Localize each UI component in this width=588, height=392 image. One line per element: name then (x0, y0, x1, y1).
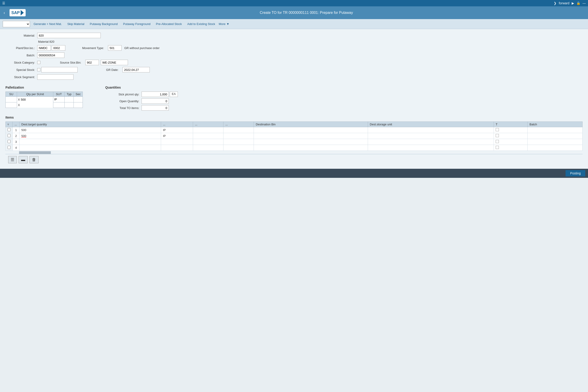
items-r2-e3 (193, 133, 223, 139)
items-r4-qty (19, 145, 161, 151)
stock-cat-source-row: Stock Category: Source Stor.Bin: (5, 60, 583, 65)
stck-plcmnt-unit: EA (170, 92, 178, 97)
detail-view-button[interactable]: ▬ (19, 156, 28, 163)
items-header-icon: ▿ (7, 123, 9, 126)
open-qty-row: Open Quantity: (105, 98, 178, 104)
stock-cat-checkbox[interactable] (37, 61, 40, 64)
toolbar: Generate + Next Mat. Skip Material Putaw… (0, 19, 588, 29)
pallet-col-qty: Qty per SUnit (17, 92, 53, 97)
items-r1-check[interactable] (6, 127, 13, 133)
source-bin-name-input[interactable] (101, 60, 128, 65)
items-r3-e3 (193, 139, 223, 145)
items-r2-check[interactable] (6, 133, 13, 139)
items-r3-checkbox[interactable] (7, 140, 11, 143)
more-button[interactable]: More ▼ (219, 22, 229, 26)
items-r1-batch (528, 127, 583, 133)
special-stock-gr-row: Special Stock: GR Date: (5, 67, 583, 72)
posting-button[interactable]: Posting (566, 170, 585, 176)
pallet-r2-sut (53, 102, 65, 108)
items-r4-e2 (161, 145, 193, 151)
movement-type-label: Movement Type: (79, 46, 106, 50)
quantities-header: Quantities (105, 86, 178, 89)
forward-icon[interactable]: ❯ (554, 1, 557, 5)
items-r4-check[interactable] (6, 145, 13, 151)
items-r3-check[interactable] (6, 139, 13, 145)
skip-material-button[interactable]: Skip Material (66, 21, 86, 26)
items-r4-checkbox[interactable] (7, 146, 11, 149)
form-section: Material: Material 820 Plant/Stor.loc.: … (5, 33, 583, 80)
pallet-r1-sec-input[interactable] (75, 98, 82, 101)
more-label: More (219, 22, 225, 26)
chevron-down-icon: ▼ (226, 22, 229, 26)
items-section: Items ▿ ... Dest.target quantity ... ...… (5, 116, 583, 154)
items-r3-t-check[interactable] (496, 140, 499, 143)
pallet-r2-sec-input[interactable] (75, 103, 82, 107)
stock-seg-input[interactable] (37, 74, 73, 80)
items-r1-t (494, 127, 527, 133)
palletization-table: SU Qty per SUnit SUT Typ Sec X (5, 92, 83, 108)
pallet-r2-su-input[interactable] (6, 103, 16, 107)
items-r2-checkbox[interactable] (7, 134, 11, 137)
batch-row: Batch: (5, 52, 583, 58)
toolbar-dropdown[interactable] (3, 21, 30, 27)
stck-plcmnt-input[interactable] (142, 92, 169, 97)
items-r2-e2: IP (161, 133, 193, 139)
stck-plcmnt-label: Stck plcmnt qty: (105, 93, 142, 96)
play-icon[interactable]: ▶ (572, 1, 574, 5)
stor-loc-input[interactable] (52, 45, 65, 51)
list-view-button[interactable]: ☰ (8, 156, 17, 163)
source-bin-code-input[interactable] (85, 60, 99, 65)
pallet-r1-su-input[interactable] (6, 98, 16, 101)
open-qty-input[interactable] (142, 98, 169, 104)
items-r3-num: 3 (13, 139, 19, 145)
items-col-ellipsis4: ... (223, 122, 254, 127)
footer: Posting (0, 169, 588, 178)
total-to-input[interactable] (142, 105, 169, 110)
items-r2-dest-su (368, 133, 494, 139)
pallet-r2-typ-input[interactable] (66, 103, 73, 107)
back-button[interactable]: ‹ (4, 10, 5, 15)
pallet-r1-sut-input[interactable] (54, 98, 63, 101)
items-r1-e3 (193, 127, 223, 133)
pallet-r2-qty-input[interactable] (21, 103, 53, 107)
pre-allocated-stock-button[interactable]: Pre-Allocated Stock (154, 21, 184, 26)
delete-button[interactable]: 🗑 (29, 156, 38, 163)
pallet-r2-sut-input[interactable] (54, 103, 63, 107)
gr-date-input[interactable] (123, 67, 150, 72)
pallet-r1-typ-input[interactable] (66, 98, 73, 101)
batch-input[interactable] (37, 52, 64, 58)
special-stock-input[interactable] (41, 67, 78, 72)
items-scrollbar-thumb[interactable] (19, 151, 51, 154)
special-stock-checkbox[interactable] (37, 68, 40, 71)
items-r1-t-check[interactable] (496, 128, 499, 131)
pallet-r1-qty-input[interactable] (21, 98, 53, 101)
menu-icon[interactable]: ☰ (2, 1, 5, 5)
material-input[interactable] (37, 33, 101, 38)
items-r2-t-check[interactable] (496, 134, 499, 137)
lock-icon[interactable]: 🔒 (577, 1, 580, 5)
minimize-icon[interactable]: — (583, 1, 586, 5)
items-col-batch: Batch (528, 122, 583, 127)
items-r4-dest-su (368, 145, 494, 151)
top-bar: ☰ ❯ forward ▶ 🔒 — (0, 0, 588, 6)
items-r4-t-check[interactable] (496, 146, 499, 149)
items-row-1: 1 500 IP (6, 127, 583, 133)
stock-seg-row: Stock Segment: (5, 74, 583, 80)
material-label: Material: (5, 34, 37, 37)
putaway-background-button[interactable]: Putaway Background (88, 21, 120, 26)
plant-input[interactable] (37, 45, 51, 51)
stck-plcmnt-row: Stck plcmnt qty: EA (105, 92, 178, 97)
items-col-icon: ▿ (6, 122, 13, 127)
items-col-dest-bin: Destination Bin (254, 122, 368, 127)
generate-next-mat-button[interactable]: Generate + Next Mat. (32, 21, 64, 26)
movement-code-input[interactable] (108, 45, 122, 51)
items-r1-checkbox[interactable] (7, 128, 11, 131)
items-r2-t (494, 133, 527, 139)
items-r4-batch (528, 145, 583, 151)
add-to-existing-stock-button[interactable]: Add to Existing Stock (186, 21, 217, 26)
palletization-header: Palletization (5, 86, 101, 89)
putaway-foreground-button[interactable]: Putaway Foreground (121, 21, 153, 26)
items-scrollbar-area (5, 151, 583, 154)
plant-movement-row: Plant/Stor.loc.: Movement Type: GR witho… (5, 45, 583, 51)
total-to-label: Total TO items: (105, 106, 142, 110)
